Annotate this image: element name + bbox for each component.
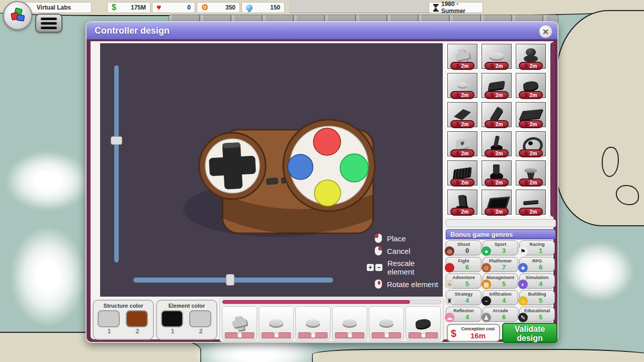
structure-color-chip-2[interactable] xyxy=(126,310,148,327)
part-item-stand[interactable]: $2m xyxy=(446,188,479,216)
fans-value: 0 xyxy=(164,4,191,11)
part-item-keyboard[interactable]: $2m xyxy=(446,159,479,187)
genre-building[interactable]: ⌂Building5 xyxy=(519,290,555,305)
company-logo[interactable] xyxy=(3,1,32,30)
genre-adventure[interactable]: ≈Adventure5 xyxy=(446,274,481,289)
button-bottom xyxy=(314,180,341,206)
disc-part-icon xyxy=(375,315,397,331)
part-item-panel[interactable]: $2m xyxy=(514,101,547,129)
genre-bonus-value: 0 xyxy=(453,247,481,254)
genre-reflexion[interactable]: ☁Reflexion4 xyxy=(446,307,481,322)
swatch-number: 2 xyxy=(126,327,149,335)
part-item-knob[interactable]: $2m xyxy=(514,159,547,187)
genre-strategy[interactable]: ♜Strategy4 xyxy=(446,290,481,305)
price-tag: $2m xyxy=(485,62,509,70)
rotate-slider-horizontal[interactable] xyxy=(133,278,333,283)
element-color-chip-1[interactable] xyxy=(161,310,183,327)
structure-color-chip-1[interactable] xyxy=(98,310,120,327)
genre-infiltration[interactable]: −Infiltration4 xyxy=(482,290,518,305)
genre-fight[interactable]: Fight6 xyxy=(446,257,481,272)
genre-bonus-value: 6 xyxy=(453,263,481,271)
close-button[interactable]: × xyxy=(539,25,552,38)
genre-shoot[interactable]: ◎Shoot0 xyxy=(446,240,481,255)
delete-element-button[interactable] xyxy=(298,332,328,338)
mouse-middle-icon xyxy=(375,280,382,289)
price-tag: $2m xyxy=(450,120,474,128)
research-badge[interactable]: ⚙350 xyxy=(197,2,240,13)
part-item-tray[interactable]: $2m xyxy=(480,188,513,216)
part-item-lever[interactable]: $2m xyxy=(480,130,513,158)
genre-bonus-value: 4 xyxy=(453,313,481,321)
structure-color-panel: Structure color 12 xyxy=(93,300,154,340)
placed-element-shield[interactable] xyxy=(406,306,441,340)
swatch-number: 2 xyxy=(189,327,212,335)
zoom-slider-vertical[interactable] xyxy=(114,65,119,262)
dollar-icon: $ xyxy=(451,328,456,339)
hourglass-icon xyxy=(433,4,439,12)
elements-scrollbar[interactable] xyxy=(222,300,441,304)
button-left xyxy=(288,154,313,179)
part-item-plate[interactable]: $2m xyxy=(480,71,513,100)
genre-sport[interactable]: ●Sport3 xyxy=(482,240,518,255)
swatch-number: 1 xyxy=(161,327,184,335)
placed-element-dpad[interactable] xyxy=(222,306,257,340)
genre-label: Building xyxy=(520,292,554,297)
placed-element-disc[interactable] xyxy=(369,306,404,340)
part-item-smalldisc[interactable]: $2m xyxy=(446,71,479,100)
part-item-arcstick[interactable]: $2m xyxy=(480,159,513,187)
delete-element-button[interactable] xyxy=(335,332,364,338)
delete-element-button[interactable] xyxy=(262,332,291,338)
genre-bonus-value: 1 xyxy=(527,247,554,254)
delete-element-button[interactable] xyxy=(225,332,254,338)
price-tag: $2m xyxy=(450,178,474,187)
part-item-holeplate[interactable]: $2m xyxy=(446,130,479,158)
design-canvas[interactable]: PlaceCancel+−Rescale elementRotate eleme… xyxy=(100,43,443,297)
swatch-number: 1 xyxy=(98,327,121,335)
ideas-badge[interactable]: 150 xyxy=(242,2,285,13)
genre-racing[interactable]: ⚑Racing1 xyxy=(519,240,555,255)
genre-educational[interactable]: ✎Educational5 xyxy=(519,307,555,322)
genre-rpg[interactable]: ★RPG6 xyxy=(519,257,555,272)
money-badge[interactable]: $175M xyxy=(107,2,150,13)
part-item-bar[interactable]: $2m xyxy=(480,101,513,129)
plus-minus-keys-icon: +− xyxy=(367,264,382,271)
delete-element-button[interactable] xyxy=(409,332,438,338)
menu-button[interactable] xyxy=(35,14,62,33)
placed-element-disc[interactable] xyxy=(332,306,367,340)
genre-arcade[interactable]: ♟Arcade6 xyxy=(482,307,518,322)
genre-label: Platformer xyxy=(483,258,518,263)
part-item-dpad[interactable]: $2m xyxy=(446,42,479,70)
part-item-stick[interactable]: $2m xyxy=(514,42,547,70)
genre-platformer[interactable]: ☺Platformer7 xyxy=(482,257,518,272)
genres-grid: ◎Shoot0●Sport3⚑Racing1Fight6☺Platformer7… xyxy=(446,240,556,322)
part-item-wheel[interactable]: $2m xyxy=(514,130,547,158)
genre-simulation[interactable]: ◐Simulation4 xyxy=(519,274,555,289)
disc-part-icon xyxy=(339,315,361,331)
horizontal-slider-handle[interactable] xyxy=(226,274,234,286)
heart-icon: ♥ xyxy=(156,4,162,12)
gear-icon: ⚙ xyxy=(201,4,208,12)
dialog-titlebar[interactable]: Controller design xyxy=(87,22,557,40)
part-item-wedge[interactable]: $2m xyxy=(446,101,479,129)
part-item-disc[interactable]: $2m xyxy=(480,42,513,70)
genre-management[interactable]: ▦Management5 xyxy=(482,274,518,289)
validate-design-button[interactable]: Validate design xyxy=(502,323,557,343)
trash-icon xyxy=(422,333,425,337)
controller-design-dialog: Controller design × xyxy=(86,21,558,343)
conception-cost-box: $ Conception cost 16m xyxy=(447,324,500,342)
part-item-strip[interactable]: $2m xyxy=(514,188,547,216)
part-item-shield[interactable]: $2m xyxy=(514,71,547,100)
placed-element-disc[interactable] xyxy=(259,306,294,340)
trash-icon xyxy=(275,333,278,337)
vertical-slider-handle[interactable] xyxy=(111,136,122,145)
fans-badge[interactable]: ♥0 xyxy=(152,2,195,13)
price-tag: $2m xyxy=(485,178,509,187)
delete-element-button[interactable] xyxy=(372,332,401,338)
genre-label: Simulation xyxy=(520,275,554,280)
price-tag: $2m xyxy=(450,208,474,216)
placed-element-disc[interactable] xyxy=(295,306,331,340)
price-tag: $2m xyxy=(450,91,474,99)
parts-scrollbar[interactable] xyxy=(550,42,556,217)
element-color-chip-2[interactable] xyxy=(189,310,211,327)
parts-horizontal-scrollbar[interactable] xyxy=(446,219,556,227)
